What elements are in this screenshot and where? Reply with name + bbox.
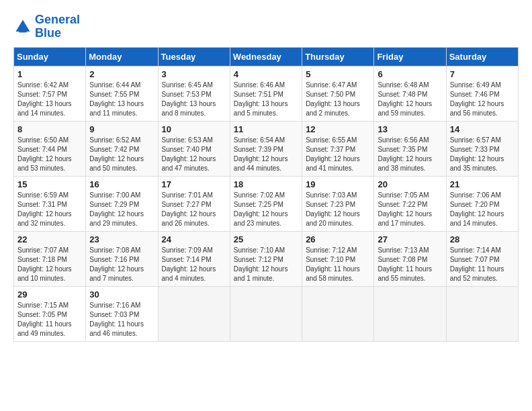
calendar-cell: 17 Sunrise: 7:01 AMSunset: 7:27 PMDaylig…	[158, 176, 230, 231]
calendar-week-row: 29 Sunrise: 7:15 AMSunset: 7:05 PMDaylig…	[14, 286, 519, 341]
calendar-cell	[446, 286, 518, 341]
col-header-thursday: Thursday	[302, 47, 374, 66]
day-detail: Sunrise: 6:44 AMSunset: 7:55 PMDaylight:…	[89, 81, 144, 117]
calendar-cell	[374, 286, 446, 341]
svg-marker-0	[16, 19, 30, 32]
calendar-cell: 16 Sunrise: 7:00 AMSunset: 7:29 PMDaylig…	[86, 176, 158, 231]
day-detail: Sunrise: 7:07 AMSunset: 7:18 PMDaylight:…	[17, 246, 72, 282]
day-detail: Sunrise: 6:47 AMSunset: 7:50 PMDaylight:…	[306, 81, 360, 117]
day-detail: Sunrise: 6:48 AMSunset: 7:48 PMDaylight:…	[378, 81, 432, 117]
calendar-cell: 24 Sunrise: 7:09 AMSunset: 7:14 PMDaylig…	[158, 231, 230, 286]
day-detail: Sunrise: 7:16 AMSunset: 7:03 PMDaylight:…	[89, 302, 144, 337]
day-detail: Sunrise: 7:01 AMSunset: 7:27 PMDaylight:…	[162, 191, 216, 227]
day-detail: Sunrise: 6:54 AMSunset: 7:39 PMDaylight:…	[234, 136, 288, 172]
calendar-cell: 3 Sunrise: 6:45 AMSunset: 7:53 PMDayligh…	[158, 66, 230, 121]
day-number: 8	[17, 124, 82, 134]
col-header-tuesday: Tuesday	[158, 47, 230, 66]
calendar-cell: 11 Sunrise: 6:54 AMSunset: 7:39 PMDaylig…	[230, 121, 302, 176]
day-number: 12	[306, 124, 370, 134]
calendar-cell	[302, 286, 374, 341]
calendar-week-row: 15 Sunrise: 6:59 AMSunset: 7:31 PMDaylig…	[14, 176, 519, 231]
day-detail: Sunrise: 7:08 AMSunset: 7:16 PMDaylight:…	[89, 246, 144, 282]
calendar-cell: 4 Sunrise: 6:46 AMSunset: 7:51 PMDayligh…	[230, 66, 302, 121]
day-number: 13	[378, 124, 442, 134]
calendar-cell: 28 Sunrise: 7:14 AMSunset: 7:07 PMDaylig…	[446, 231, 518, 286]
day-number: 2	[89, 69, 154, 79]
day-number: 6	[378, 69, 442, 79]
day-number: 25	[234, 234, 298, 244]
calendar-cell: 5 Sunrise: 6:47 AMSunset: 7:50 PMDayligh…	[302, 66, 374, 121]
day-number: 17	[162, 179, 226, 189]
day-number: 11	[234, 124, 298, 134]
day-detail: Sunrise: 7:05 AMSunset: 7:22 PMDaylight:…	[378, 191, 432, 227]
calendar-week-row: 8 Sunrise: 6:50 AMSunset: 7:44 PMDayligh…	[14, 121, 519, 176]
day-detail: Sunrise: 7:15 AMSunset: 7:05 PMDaylight:…	[17, 302, 72, 337]
day-number: 7	[450, 69, 515, 79]
calendar-cell: 2 Sunrise: 6:44 AMSunset: 7:55 PMDayligh…	[86, 66, 158, 121]
calendar-cell: 25 Sunrise: 7:10 AMSunset: 7:12 PMDaylig…	[230, 231, 302, 286]
day-detail: Sunrise: 6:49 AMSunset: 7:46 PMDaylight:…	[450, 81, 504, 117]
day-number: 5	[306, 69, 370, 79]
day-number: 4	[234, 69, 298, 79]
calendar-cell: 29 Sunrise: 7:15 AMSunset: 7:05 PMDaylig…	[14, 286, 86, 341]
day-number: 21	[450, 179, 515, 189]
calendar-cell: 23 Sunrise: 7:08 AMSunset: 7:16 PMDaylig…	[86, 231, 158, 286]
day-number: 19	[306, 179, 370, 189]
day-detail: Sunrise: 7:13 AMSunset: 7:08 PMDaylight:…	[378, 246, 432, 282]
day-detail: Sunrise: 7:02 AMSunset: 7:25 PMDaylight:…	[234, 191, 288, 227]
calendar-cell: 13 Sunrise: 6:56 AMSunset: 7:35 PMDaylig…	[374, 121, 446, 176]
logo-text: General Blue	[35, 13, 80, 40]
day-number: 9	[89, 124, 154, 134]
day-number: 23	[89, 234, 154, 244]
day-detail: Sunrise: 7:06 AMSunset: 7:20 PMDaylight:…	[450, 191, 504, 227]
svg-rect-1	[19, 30, 26, 32]
day-detail: Sunrise: 6:50 AMSunset: 7:44 PMDaylight:…	[17, 136, 72, 172]
day-detail: Sunrise: 7:00 AMSunset: 7:29 PMDaylight:…	[89, 191, 144, 227]
day-detail: Sunrise: 6:42 AMSunset: 7:57 PMDaylight:…	[17, 81, 72, 117]
calendar-cell: 22 Sunrise: 7:07 AMSunset: 7:18 PMDaylig…	[14, 231, 86, 286]
calendar-cell: 12 Sunrise: 6:55 AMSunset: 7:37 PMDaylig…	[302, 121, 374, 176]
day-detail: Sunrise: 6:45 AMSunset: 7:53 PMDaylight:…	[162, 81, 216, 117]
day-detail: Sunrise: 7:09 AMSunset: 7:14 PMDaylight:…	[162, 246, 216, 282]
day-number: 18	[234, 179, 298, 189]
day-detail: Sunrise: 6:57 AMSunset: 7:33 PMDaylight:…	[450, 136, 504, 172]
day-detail: Sunrise: 7:14 AMSunset: 7:07 PMDaylight:…	[450, 246, 504, 282]
day-detail: Sunrise: 6:52 AMSunset: 7:42 PMDaylight:…	[89, 136, 144, 172]
calendar-cell: 27 Sunrise: 7:13 AMSunset: 7:08 PMDaylig…	[374, 231, 446, 286]
day-number: 14	[450, 124, 515, 134]
day-number: 24	[162, 234, 226, 244]
day-number: 28	[450, 234, 515, 244]
day-number: 26	[306, 234, 370, 244]
calendar-header-row: SundayMondayTuesdayWednesdayThursdayFrid…	[14, 47, 519, 66]
day-number: 10	[162, 124, 226, 134]
col-header-wednesday: Wednesday	[230, 47, 302, 66]
calendar-week-row: 1 Sunrise: 6:42 AMSunset: 7:57 PMDayligh…	[14, 66, 519, 121]
day-number: 29	[17, 289, 82, 300]
calendar-cell: 30 Sunrise: 7:16 AMSunset: 7:03 PMDaylig…	[86, 286, 158, 341]
day-detail: Sunrise: 7:03 AMSunset: 7:23 PMDaylight:…	[306, 191, 360, 227]
day-detail: Sunrise: 6:53 AMSunset: 7:40 PMDaylight:…	[162, 136, 216, 172]
calendar-cell: 10 Sunrise: 6:53 AMSunset: 7:40 PMDaylig…	[158, 121, 230, 176]
day-detail: Sunrise: 7:12 AMSunset: 7:10 PMDaylight:…	[306, 246, 360, 282]
logo-icon	[13, 17, 32, 36]
calendar-cell: 6 Sunrise: 6:48 AMSunset: 7:48 PMDayligh…	[374, 66, 446, 121]
calendar-cell	[158, 286, 230, 341]
calendar-cell	[230, 286, 302, 341]
day-detail: Sunrise: 6:55 AMSunset: 7:37 PMDaylight:…	[306, 136, 360, 172]
calendar-table: SundayMondayTuesdayWednesdayThursdayFrid…	[13, 47, 519, 342]
day-number: 15	[17, 179, 82, 189]
col-header-monday: Monday	[86, 47, 158, 66]
day-number: 27	[378, 234, 442, 244]
day-detail: Sunrise: 6:59 AMSunset: 7:31 PMDaylight:…	[17, 191, 72, 227]
logo: General Blue	[13, 13, 80, 40]
calendar-cell: 1 Sunrise: 6:42 AMSunset: 7:57 PMDayligh…	[14, 66, 86, 121]
day-number: 16	[89, 179, 154, 189]
calendar-cell: 7 Sunrise: 6:49 AMSunset: 7:46 PMDayligh…	[446, 66, 518, 121]
col-header-sunday: Sunday	[14, 47, 86, 66]
calendar-cell: 15 Sunrise: 6:59 AMSunset: 7:31 PMDaylig…	[14, 176, 86, 231]
day-number: 30	[89, 289, 154, 300]
calendar-cell: 26 Sunrise: 7:12 AMSunset: 7:10 PMDaylig…	[302, 231, 374, 286]
day-detail: Sunrise: 7:10 AMSunset: 7:12 PMDaylight:…	[234, 246, 288, 282]
calendar-week-row: 22 Sunrise: 7:07 AMSunset: 7:18 PMDaylig…	[14, 231, 519, 286]
day-number: 22	[17, 234, 82, 244]
